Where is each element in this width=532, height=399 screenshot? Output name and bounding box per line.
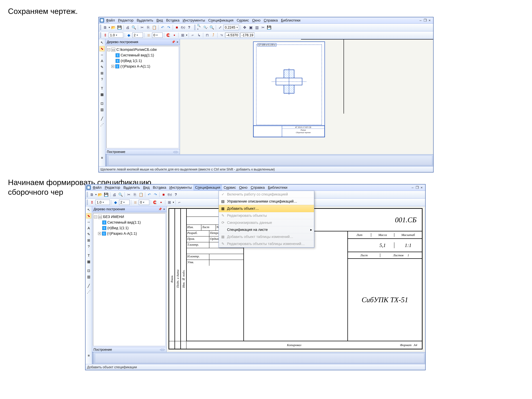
menu-editor[interactable]: Редактор — [117, 18, 135, 23]
menu-libs[interactable]: Библиотеки — [280, 18, 302, 23]
layers-icon[interactable] — [133, 200, 138, 205]
symbol-t-icon[interactable]: T — [86, 253, 91, 258]
save-icon[interactable] — [103, 192, 109, 197]
coord-x-field[interactable]: -4.5370 — [225, 32, 239, 38]
tree-root[interactable]: C:\kompas\РоликСБ.cdw — [116, 47, 157, 52]
dimension-icon[interactable]: ↔ — [86, 219, 91, 225]
scale-combo[interactable]: 1.0▾ — [95, 200, 110, 205]
panel-prev-icon[interactable]: ◁ — [173, 150, 175, 154]
build-tree[interactable]: −▭БЕЗ ИМЕНИ tСистемный вид(1:1) t(п)Вид … — [93, 213, 165, 346]
hatch-icon[interactable]: ⋰ — [99, 122, 105, 127]
open-icon[interactable] — [97, 192, 103, 197]
linetype-icon[interactable]: ⇕ — [89, 200, 95, 205]
cursor-icon[interactable]: ↖ — [99, 40, 105, 45]
restore-icon[interactable]: ❐ — [415, 185, 419, 190]
layer-combo[interactable]: 0▾ — [139, 200, 149, 205]
open-icon[interactable] — [111, 25, 116, 30]
tree-item[interactable]: (п)Вид 1(1:1) — [107, 225, 128, 231]
ortho-icon[interactable]: ⌐ — [177, 200, 182, 205]
measure-icon[interactable]: ? — [99, 77, 105, 82]
menu-select[interactable]: Выделить — [122, 185, 141, 190]
view-icon[interactable]: ⊡ — [86, 268, 91, 273]
help-icon[interactable] — [173, 192, 178, 197]
zoom-in-icon[interactable] — [197, 25, 202, 30]
panel-next-icon[interactable]: ▷ — [176, 150, 178, 154]
tree-item[interactable]: Системный вид(1:1) — [107, 220, 141, 225]
close-icon[interactable]: × — [420, 185, 424, 190]
panel-next-icon[interactable]: ▷ — [163, 348, 165, 351]
refresh-icon[interactable]: ▣ — [248, 25, 253, 30]
steps-icon[interactable] — [211, 32, 216, 38]
menu-libs[interactable]: Библиотеки — [267, 185, 289, 190]
pin-icon[interactable]: 📌 — [171, 40, 175, 44]
panel-close-icon[interactable]: × — [163, 207, 165, 211]
menu-file[interactable]: Файл — [105, 18, 116, 23]
cut-icon[interactable] — [126, 192, 131, 197]
snap-icon[interactable] — [152, 200, 158, 205]
dd-add-object[interactable]: ▦Добавить объект… — [219, 205, 314, 212]
line-icon[interactable]: ╱ — [99, 116, 105, 121]
minimize-icon[interactable]: – — [418, 18, 423, 22]
menu-spec[interactable]: Спецификация — [207, 18, 235, 23]
table-icon[interactable]: ▦ — [86, 259, 91, 264]
new-icon[interactable] — [102, 25, 108, 30]
copy-icon[interactable] — [146, 25, 151, 30]
pan-icon[interactable]: ✥ — [242, 25, 247, 30]
coord-y-field[interactable]: -178.19 — [240, 32, 254, 38]
linetype-icon[interactable]: ⇕ — [102, 32, 108, 38]
menu-view[interactable]: Вид — [142, 185, 151, 190]
variables-icon[interactable] — [180, 25, 186, 30]
menu-insert[interactable]: Вставка — [152, 185, 167, 190]
coords-icon[interactable] — [219, 32, 224, 38]
drawing-canvas[interactable]: Б7:100 и 0.1:00 и КГ 2013.17.037.СБ Роли… — [180, 39, 433, 154]
undo-icon[interactable] — [146, 192, 152, 197]
tool-x-icon[interactable]: ✂ — [260, 25, 266, 30]
tree-collapse-icon[interactable]: − — [94, 215, 97, 218]
panel-close-icon[interactable]: × — [177, 40, 178, 44]
restore-icon[interactable]: ❐ — [423, 18, 427, 22]
properties-icon[interactable]: ▥ — [254, 25, 260, 30]
build-tree[interactable]: −▭C:\kompas\РоликСБ.cdw tСистемный вид(1… — [106, 46, 179, 148]
menu-view[interactable]: Вид — [155, 18, 164, 23]
ortho-icon[interactable]: ⌐ — [190, 32, 196, 38]
tree-collapse-icon[interactable]: − — [107, 48, 110, 51]
new-icon[interactable] — [89, 192, 95, 197]
cut-icon[interactable] — [139, 25, 145, 30]
snap2-icon[interactable] — [158, 200, 164, 205]
tree-item[interactable]: Системный вид(1:1) — [121, 52, 154, 58]
scale-combo[interactable]: 1.0▾ — [109, 32, 123, 38]
redo-icon[interactable] — [153, 192, 158, 197]
snap-icon[interactable] — [165, 32, 171, 38]
spec-icon[interactable]: ▥ — [99, 107, 105, 112]
zoom-fit-icon[interactable]: ⤢ — [217, 25, 223, 30]
paste-icon[interactable] — [152, 25, 157, 30]
dimension-icon[interactable]: ↔ — [99, 52, 105, 57]
symbol-t-icon[interactable]: T — [99, 86, 105, 91]
tree-item[interactable]: (п)Вид 1(1:1) — [121, 58, 142, 64]
grid-icon[interactable]: ⊞ — [167, 200, 172, 205]
dd-spec-on-sheet[interactable]: Спецификация на листе▸ — [219, 226, 314, 233]
dd-manage-desc[interactable]: ▤Управление описаниями спецификаций… — [219, 198, 314, 205]
geometry-icon[interactable]: ⬊ — [86, 213, 91, 219]
layers-icon[interactable] — [146, 32, 151, 38]
panel-prev-icon[interactable]: ◁ — [160, 348, 162, 351]
aux-icon[interactable]: ≡ — [86, 353, 91, 358]
edit-icon[interactable]: ✎ — [99, 64, 105, 70]
menu-window[interactable]: Окно — [238, 185, 249, 190]
print-icon[interactable] — [125, 25, 130, 30]
tree-expand-icon[interactable]: + — [111, 65, 114, 68]
help-icon[interactable] — [186, 25, 192, 30]
save2-icon[interactable]: 💾 — [266, 25, 272, 30]
grid-icon[interactable]: ⊞ — [180, 32, 185, 38]
step-combo[interactable]: 2▾ — [119, 200, 130, 205]
tree-item[interactable]: (т)Разрез А-А(1:1) — [120, 64, 150, 69]
menu-help[interactable]: Справка — [262, 18, 279, 23]
hatch-icon[interactable]: ⋰ — [86, 289, 91, 295]
undo-icon[interactable] — [160, 25, 165, 30]
redo-icon[interactable] — [166, 25, 171, 30]
variables-icon[interactable] — [167, 192, 172, 197]
text-icon[interactable]: A — [86, 225, 91, 231]
menu-window[interactable]: Окно — [251, 18, 262, 23]
close-icon[interactable]: × — [428, 18, 431, 22]
menu-insert[interactable]: Вставка — [165, 18, 181, 23]
